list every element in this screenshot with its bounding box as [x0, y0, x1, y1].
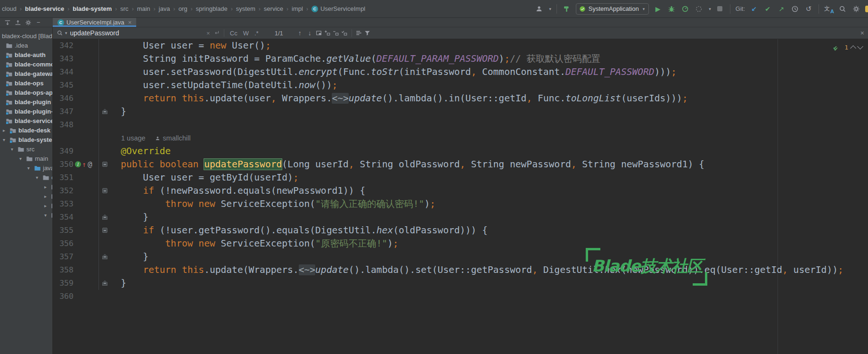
- line-number[interactable]: 342: [53, 39, 74, 52]
- code-line-352[interactable]: 352 if (!newPassword.equals(newPassword1…: [53, 184, 868, 198]
- code-line-358[interactable]: 358 return this.update(Wrappers.<~>updat…: [53, 263, 868, 277]
- breadcrumb-item[interactable]: system: [236, 5, 255, 12]
- whole-words-toggle[interactable]: W: [243, 30, 249, 37]
- line-number[interactable]: 356: [53, 237, 74, 250]
- code-line-356[interactable]: 356 throw new ServiceException("原密码不正确!"…: [53, 237, 868, 250]
- code-line-342[interactable]: 342 User user = new User();: [53, 39, 868, 52]
- build-hammer-icon[interactable]: [562, 4, 572, 14]
- find-search-box[interactable]: ▾: [57, 30, 67, 36]
- tree-item-idea[interactable]: .idea: [0, 41, 52, 50]
- tree-item-blade-gateway[interactable]: blade-gateway: [0, 69, 52, 79]
- previous-problem-icon[interactable]: [850, 45, 856, 51]
- usages-hint[interactable]: 1 usage: [121, 132, 146, 145]
- tree-item[interactable]: ▸: [0, 201, 52, 211]
- code-line-347[interactable]: 347 }: [53, 105, 868, 118]
- line-number[interactable]: 343: [53, 52, 74, 66]
- multiline-search-icon[interactable]: [355, 29, 363, 37]
- code-line-346[interactable]: 346 return this.update(user, Wrappers.<~…: [53, 92, 868, 105]
- tree-item-blade-ops-api[interactable]: blade-ops-api: [0, 88, 52, 98]
- select-all-occurrences-icon[interactable]: [340, 29, 349, 37]
- inspections-widget[interactable]: ✔✔ 1: [833, 44, 862, 51]
- breadcrumb-item[interactable]: main: [137, 5, 150, 12]
- git-update-button[interactable]: ↙: [749, 4, 759, 14]
- line-number[interactable]: 352: [53, 184, 74, 198]
- debug-button[interactable]: [667, 4, 676, 14]
- breadcrumb-item[interactable]: impl: [292, 5, 303, 12]
- select-opened-file-icon[interactable]: [4, 19, 11, 26]
- chevron-down-icon[interactable]: ▾: [19, 154, 22, 164]
- user-caret-icon[interactable]: ▾: [549, 7, 551, 11]
- user-account-icon[interactable]: [534, 4, 544, 14]
- tree-item-blade-auth[interactable]: blade-auth: [0, 50, 52, 60]
- stop-button[interactable]: [715, 4, 725, 14]
- run-configuration-select[interactable]: SystemApplication ▾: [576, 3, 649, 15]
- hide-panel-icon[interactable]: −: [35, 19, 42, 26]
- tree-item[interactable]: ▸: [0, 182, 52, 192]
- close-tab-icon[interactable]: ×: [128, 19, 132, 26]
- code-line-348[interactable]: 348: [53, 118, 868, 132]
- code-line-349[interactable]: 349 @Override: [53, 145, 868, 158]
- clear-search-icon[interactable]: ×: [204, 29, 213, 37]
- coverage-button[interactable]: [694, 4, 704, 14]
- breadcrumb-item[interactable]: service: [264, 5, 283, 12]
- expand-collapse-icon[interactable]: [14, 19, 21, 26]
- breadcrumb-item[interactable]: blade-system: [73, 5, 112, 12]
- git-commit-button[interactable]: ✔: [763, 4, 772, 14]
- line-number[interactable]: 357: [53, 250, 74, 263]
- code-line-353[interactable]: 353 throw new ServiceException("请输入正确的确认…: [53, 198, 868, 211]
- chevron-right-icon[interactable]: ▸: [44, 192, 47, 201]
- breadcrumb-item[interactable]: cloud: [2, 5, 16, 12]
- chevron-down-icon[interactable]: ▾: [36, 173, 38, 182]
- chevron-down-icon[interactable]: ▾: [11, 145, 13, 154]
- rollback-icon[interactable]: ↺: [804, 4, 813, 14]
- code-line-355[interactable]: 355 if (!user.getPassword().equals(Diges…: [53, 224, 868, 237]
- line-number[interactable]: 358: [53, 263, 74, 277]
- translate-icon[interactable]: 文 A: [824, 5, 834, 13]
- coverage-caret-icon[interactable]: ▾: [709, 7, 711, 11]
- chevron-down-icon[interactable]: ▾: [3, 135, 5, 145]
- filter-icon[interactable]: [363, 29, 372, 37]
- code-vision-hint[interactable]: 1 usagesmallchill: [121, 132, 190, 145]
- tree-item-org[interactable]: ▾org: [0, 173, 52, 182]
- breadcrumb-item[interactable]: java: [159, 5, 170, 12]
- next-problem-icon[interactable]: [857, 43, 863, 49]
- tree-item-blade-desk[interactable]: ▸blade-desk: [0, 126, 52, 135]
- line-number[interactable]: 348: [53, 118, 74, 132]
- line-number[interactable]: 350: [53, 158, 74, 171]
- remove-occurrence-icon[interactable]: [332, 29, 340, 37]
- tree-item-blade-plugin-api[interactable]: blade-plugin-api: [0, 107, 52, 116]
- line-number[interactable]: 345: [53, 79, 74, 92]
- code-line-359[interactable]: 359 }: [53, 277, 868, 290]
- line-number[interactable]: 351: [53, 171, 74, 184]
- panel-settings-gear-icon[interactable]: [25, 19, 32, 26]
- find-in-selection-icon[interactable]: [315, 29, 323, 37]
- breadcrumb-item[interactable]: org: [179, 5, 188, 12]
- code-line-345[interactable]: 345 user.setUpdateTime(DateUtil.now());: [53, 79, 868, 92]
- tree-item[interactable]: ▾: [0, 211, 52, 220]
- code-line-344[interactable]: 344 user.setPassword(DigestUtil.encrypt(…: [53, 66, 868, 79]
- breadcrumb-item[interactable]: blade-service: [25, 5, 64, 12]
- override-arrow-icon[interactable]: ↑: [82, 158, 86, 171]
- newline-icon[interactable]: [213, 29, 221, 37]
- chevron-down-icon[interactable]: ▾: [27, 164, 30, 173]
- settings-gear-icon[interactable]: [852, 4, 861, 14]
- code-line-354[interactable]: 354 }: [53, 211, 868, 224]
- implements-method-icon[interactable]: I: [75, 161, 81, 167]
- match-case-toggle[interactable]: Cc: [230, 30, 237, 37]
- code-line-343[interactable]: 343 String initPassword = ParamCache.get…: [53, 52, 868, 66]
- code-area[interactable]: 342 User user = new User();343 String in…: [53, 39, 868, 303]
- code-line-351[interactable]: 351 User user = getById(userId);: [53, 171, 868, 184]
- next-match-button[interactable]: ↓: [308, 29, 311, 37]
- line-number[interactable]: 353: [53, 198, 74, 211]
- line-number[interactable]: 359: [53, 277, 74, 290]
- line-number[interactable]: 347: [53, 105, 74, 118]
- tab-userserviceimpl[interactable]: C UserServiceImpl.java ×: [53, 18, 136, 27]
- tree-item-java[interactable]: ▾java: [0, 164, 52, 173]
- notifications-icon[interactable]: [865, 6, 868, 12]
- history-clock-icon[interactable]: [790, 4, 800, 14]
- chevron-right-icon[interactable]: ▸: [3, 126, 5, 135]
- line-number[interactable]: 349: [53, 145, 74, 158]
- tree-item-blade-plugin[interactable]: blade-plugin: [0, 98, 52, 107]
- tree-item-src[interactable]: ▾src: [0, 145, 52, 154]
- tree-item-blade-ops[interactable]: blade-ops: [0, 79, 52, 88]
